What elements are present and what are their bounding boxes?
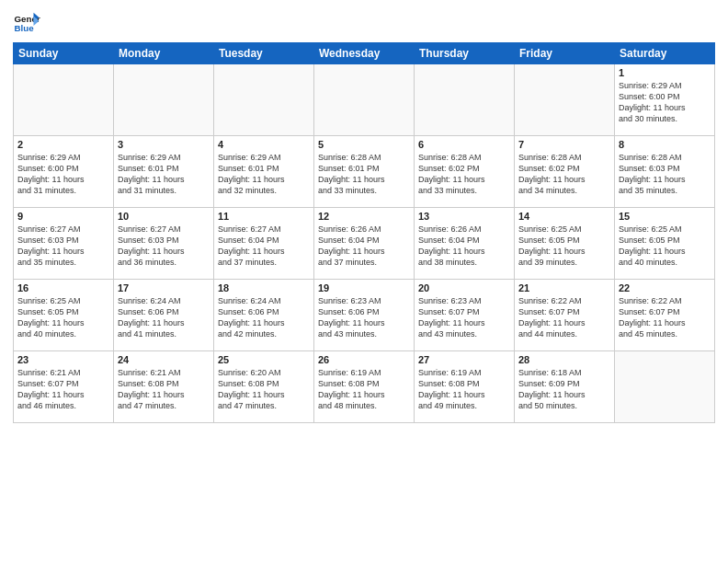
day-info: Sunrise: 6:18 AM Sunset: 6:09 PM Dayligh… [518,367,610,412]
col-header-tuesday: Tuesday [214,43,314,64]
day-number: 24 [118,354,210,365]
day-number: 14 [518,211,610,222]
day-info: Sunrise: 6:25 AM Sunset: 6:05 PM Dayligh… [619,224,711,269]
day-info: Sunrise: 6:29 AM Sunset: 6:01 PM Dayligh… [118,152,210,197]
day-number: 22 [619,282,711,293]
day-number: 7 [518,139,610,150]
day-number: 4 [218,139,310,150]
day-info: Sunrise: 6:22 AM Sunset: 6:07 PM Dayligh… [518,295,610,340]
calendar-cell: 14Sunrise: 6:25 AM Sunset: 6:05 PM Dayli… [515,208,615,280]
calendar-cell: 3Sunrise: 6:29 AM Sunset: 6:01 PM Daylig… [114,136,214,208]
calendar-cell: 4Sunrise: 6:29 AM Sunset: 6:01 PM Daylig… [214,136,314,208]
calendar-cell: 12Sunrise: 6:26 AM Sunset: 6:04 PM Dayli… [314,208,415,280]
calendar-cell: 24Sunrise: 6:21 AM Sunset: 6:08 PM Dayli… [114,351,214,423]
day-number: 5 [318,139,410,150]
day-number: 1 [619,67,711,78]
calendar-week-1: 2Sunrise: 6:29 AM Sunset: 6:00 PM Daylig… [14,136,715,208]
day-number: 9 [17,211,109,222]
day-number: 15 [619,211,711,222]
day-number: 8 [619,139,711,150]
day-number: 27 [418,354,510,365]
day-number: 23 [17,354,109,365]
day-number: 6 [418,139,510,150]
calendar-cell: 5Sunrise: 6:28 AM Sunset: 6:01 PM Daylig… [314,136,415,208]
day-info: Sunrise: 6:27 AM Sunset: 6:03 PM Dayligh… [118,224,210,269]
day-number: 20 [418,282,510,293]
calendar-table: SundayMondayTuesdayWednesdayThursdayFrid… [13,42,715,423]
col-header-sunday: Sunday [14,43,114,64]
day-info: Sunrise: 6:25 AM Sunset: 6:05 PM Dayligh… [17,295,109,340]
calendar-cell [515,64,615,136]
day-number: 17 [118,282,210,293]
day-info: Sunrise: 6:29 AM Sunset: 6:00 PM Dayligh… [17,152,109,197]
col-header-monday: Monday [114,43,214,64]
day-info: Sunrise: 6:19 AM Sunset: 6:08 PM Dayligh… [318,367,410,412]
logo: General Blue [13,9,40,37]
calendar-cell [14,64,114,136]
col-header-friday: Friday [515,43,615,64]
calendar-cell [114,64,214,136]
svg-text:Blue: Blue [15,23,35,33]
day-info: Sunrise: 6:24 AM Sunset: 6:06 PM Dayligh… [118,295,210,340]
calendar-cell: 27Sunrise: 6:19 AM Sunset: 6:08 PM Dayli… [415,351,515,423]
day-info: Sunrise: 6:22 AM Sunset: 6:07 PM Dayligh… [619,295,711,340]
day-number: 10 [118,211,210,222]
day-info: Sunrise: 6:21 AM Sunset: 6:07 PM Dayligh… [17,367,109,412]
day-info: Sunrise: 6:29 AM Sunset: 6:01 PM Dayligh… [218,152,310,197]
col-header-wednesday: Wednesday [314,43,415,64]
calendar-cell [415,64,515,136]
col-header-thursday: Thursday [415,43,515,64]
header: General Blue [13,9,715,37]
day-info: Sunrise: 6:27 AM Sunset: 6:04 PM Dayligh… [218,224,310,269]
day-info: Sunrise: 6:19 AM Sunset: 6:08 PM Dayligh… [418,367,510,412]
day-info: Sunrise: 6:28 AM Sunset: 6:01 PM Dayligh… [318,152,410,197]
calendar-cell: 25Sunrise: 6:20 AM Sunset: 6:08 PM Dayli… [214,351,314,423]
day-number: 12 [318,211,410,222]
col-header-saturday: Saturday [615,43,715,64]
calendar-cell: 1Sunrise: 6:29 AM Sunset: 6:00 PM Daylig… [615,64,715,136]
calendar-cell: 21Sunrise: 6:22 AM Sunset: 6:07 PM Dayli… [515,280,615,351]
day-number: 13 [418,211,510,222]
calendar-cell: 18Sunrise: 6:24 AM Sunset: 6:06 PM Dayli… [214,280,314,351]
calendar-cell [615,351,715,423]
day-number: 18 [218,282,310,293]
logo-icon: General Blue [13,9,40,37]
day-info: Sunrise: 6:28 AM Sunset: 6:03 PM Dayligh… [619,152,711,197]
page: General Blue SundayMondayTuesdayWednesda… [0,0,728,563]
calendar-cell: 16Sunrise: 6:25 AM Sunset: 6:05 PM Dayli… [14,280,114,351]
calendar-cell: 23Sunrise: 6:21 AM Sunset: 6:07 PM Dayli… [14,351,114,423]
calendar-cell: 6Sunrise: 6:28 AM Sunset: 6:02 PM Daylig… [415,136,515,208]
calendar-cell: 10Sunrise: 6:27 AM Sunset: 6:03 PM Dayli… [114,208,214,280]
calendar-cell: 26Sunrise: 6:19 AM Sunset: 6:08 PM Dayli… [314,351,415,423]
day-info: Sunrise: 6:21 AM Sunset: 6:08 PM Dayligh… [118,367,210,412]
day-info: Sunrise: 6:25 AM Sunset: 6:05 PM Dayligh… [518,224,610,269]
day-number: 26 [318,354,410,365]
calendar-week-2: 9Sunrise: 6:27 AM Sunset: 6:03 PM Daylig… [14,208,715,280]
calendar-cell: 19Sunrise: 6:23 AM Sunset: 6:06 PM Dayli… [314,280,415,351]
calendar-cell: 15Sunrise: 6:25 AM Sunset: 6:05 PM Dayli… [615,208,715,280]
calendar-cell: 17Sunrise: 6:24 AM Sunset: 6:06 PM Dayli… [114,280,214,351]
day-number: 21 [518,282,610,293]
day-info: Sunrise: 6:20 AM Sunset: 6:08 PM Dayligh… [218,367,310,412]
calendar-cell [214,64,314,136]
day-info: Sunrise: 6:29 AM Sunset: 6:00 PM Dayligh… [619,80,711,125]
day-number: 3 [118,139,210,150]
calendar-cell: 28Sunrise: 6:18 AM Sunset: 6:09 PM Dayli… [515,351,615,423]
calendar-cell: 2Sunrise: 6:29 AM Sunset: 6:00 PM Daylig… [14,136,114,208]
day-info: Sunrise: 6:28 AM Sunset: 6:02 PM Dayligh… [518,152,610,197]
day-info: Sunrise: 6:26 AM Sunset: 6:04 PM Dayligh… [318,224,410,269]
calendar-week-0: 1Sunrise: 6:29 AM Sunset: 6:00 PM Daylig… [14,64,715,136]
calendar-week-3: 16Sunrise: 6:25 AM Sunset: 6:05 PM Dayli… [14,280,715,351]
day-number: 11 [218,211,310,222]
calendar-cell: 8Sunrise: 6:28 AM Sunset: 6:03 PM Daylig… [615,136,715,208]
day-number: 28 [518,354,610,365]
day-info: Sunrise: 6:23 AM Sunset: 6:07 PM Dayligh… [418,295,510,340]
calendar-cell: 11Sunrise: 6:27 AM Sunset: 6:04 PM Dayli… [214,208,314,280]
calendar-cell [314,64,415,136]
calendar-cell: 20Sunrise: 6:23 AM Sunset: 6:07 PM Dayli… [415,280,515,351]
day-number: 2 [17,139,109,150]
day-info: Sunrise: 6:24 AM Sunset: 6:06 PM Dayligh… [218,295,310,340]
calendar-cell: 22Sunrise: 6:22 AM Sunset: 6:07 PM Dayli… [615,280,715,351]
day-info: Sunrise: 6:27 AM Sunset: 6:03 PM Dayligh… [17,224,109,269]
day-info: Sunrise: 6:26 AM Sunset: 6:04 PM Dayligh… [418,224,510,269]
